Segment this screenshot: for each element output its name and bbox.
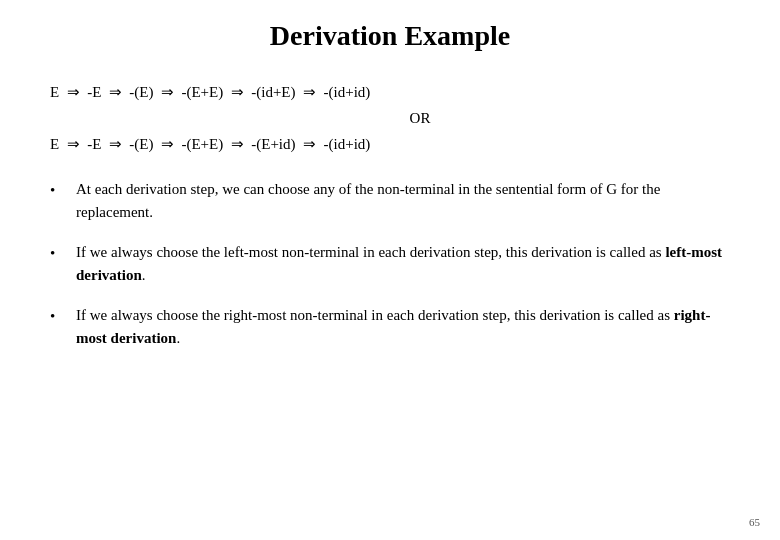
bullet-dot-2: • [50, 242, 70, 265]
derivation-line-2: E ⇒ -E ⇒ -(E) ⇒ -(E+E) ⇒ -(E+id) ⇒ -(id+… [50, 132, 730, 156]
page-number: 65 [749, 516, 760, 528]
bullet-text-1: At each derivation step, we can choose a… [76, 178, 730, 223]
or-label: OR [110, 106, 730, 130]
derivation-block: E ⇒ -E ⇒ -(E) ⇒ -(E+E) ⇒ -(id+E) ⇒ -(id+… [50, 80, 730, 156]
bullet-list: • At each derivation step, we can choose… [50, 178, 730, 349]
derivation-line-1: E ⇒ -E ⇒ -(E) ⇒ -(E+E) ⇒ -(id+E) ⇒ -(id+… [50, 80, 730, 104]
page: Derivation Example E ⇒ -E ⇒ -(E) ⇒ -(E+E… [0, 0, 780, 540]
bullet-item-1: • At each derivation step, we can choose… [50, 178, 730, 223]
bullet-dot-1: • [50, 179, 70, 202]
bullet-item-3: • If we always choose the right-most non… [50, 304, 730, 349]
bullet-text-3: If we always choose the right-most non-t… [76, 304, 730, 349]
bold-leftmost: left-most derivation [76, 244, 722, 283]
bold-rightmost: right-most derivation [76, 307, 710, 346]
page-title: Derivation Example [50, 20, 730, 52]
bullet-item-2: • If we always choose the left-most non-… [50, 241, 730, 286]
bullet-dot-3: • [50, 305, 70, 328]
bullet-text-2: If we always choose the left-most non-te… [76, 241, 730, 286]
